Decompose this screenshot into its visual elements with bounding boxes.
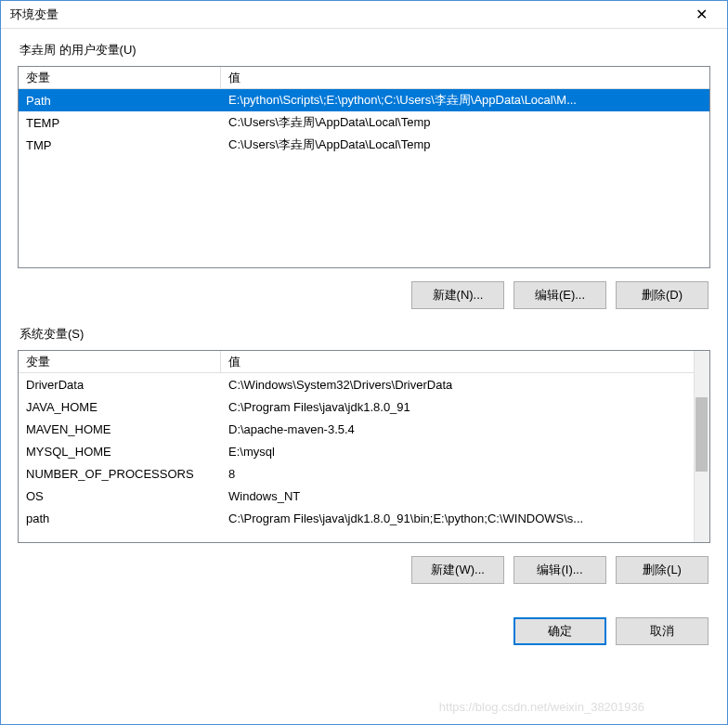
- table-row[interactable]: OSWindows_NT: [19, 485, 694, 507]
- system-new-button[interactable]: 新建(W)...: [411, 556, 504, 584]
- user-new-button[interactable]: 新建(N)...: [411, 281, 504, 309]
- table-row[interactable]: TEMPC:\Users\李垚周\AppData\Local\Temp: [19, 111, 709, 134]
- cell-value: Windows_NT: [221, 487, 694, 505]
- header-value[interactable]: 值: [221, 351, 709, 372]
- cell-variable: OS: [19, 487, 221, 505]
- table-row[interactable]: MYSQL_HOMEE:\mysql: [19, 440, 694, 462]
- scrollbar[interactable]: [694, 351, 709, 542]
- environment-variables-dialog: 环境变量 ✕ 李垚周 的用户变量(U) 变量 值 PathE:\python\S…: [0, 0, 728, 725]
- user-edit-button[interactable]: 编辑(E)...: [514, 281, 606, 309]
- cell-value: E:\python\Scripts\;E:\python\;C:\Users\李…: [221, 90, 709, 110]
- header-variable[interactable]: 变量: [19, 67, 221, 88]
- header-variable[interactable]: 变量: [19, 351, 221, 372]
- window-title: 环境变量: [10, 6, 58, 23]
- titlebar: 环境变量 ✕: [1, 1, 727, 29]
- user-section-label: 李垚周 的用户变量(U): [18, 42, 710, 58]
- dialog-button-row: 确定 取消: [18, 617, 710, 645]
- system-button-row: 新建(W)... 编辑(I)... 删除(L): [18, 556, 710, 584]
- user-variables-table[interactable]: 变量 值 PathE:\python\Scripts\;E:\python\;C…: [18, 66, 710, 268]
- close-icon: ✕: [696, 6, 708, 23]
- system-variables-table[interactable]: 变量 值 DriverDataC:\Windows\System32\Drive…: [18, 350, 710, 543]
- cell-variable: MAVEN_HOME: [19, 421, 221, 438]
- cell-value: C:\Program Files\java\jdk1.8.0_91\bin;E:…: [221, 510, 694, 527]
- table-row[interactable]: MAVEN_HOMED:\apache-maven-3.5.4: [19, 418, 694, 440]
- cancel-button[interactable]: 取消: [616, 617, 708, 645]
- table-header: 变量 值: [19, 67, 709, 89]
- table-row[interactable]: pathC:\Program Files\java\jdk1.8.0_91\bi…: [19, 507, 694, 529]
- table-row[interactable]: JAVA_HOMEC:\Program Files\java\jdk1.8.0_…: [19, 395, 694, 418]
- cell-variable: Path: [19, 92, 221, 110]
- table-row[interactable]: TMPC:\Users\李垚周\AppData\Local\Temp: [19, 134, 709, 156]
- cell-value: C:\Program Files\java\jdk1.8.0_91: [221, 398, 694, 416]
- cell-variable: TMP: [19, 136, 221, 154]
- cell-value: D:\apache-maven-3.5.4: [221, 421, 694, 438]
- user-button-row: 新建(N)... 编辑(E)... 删除(D): [18, 281, 710, 309]
- cell-variable: TEMP: [19, 114, 221, 132]
- system-edit-button[interactable]: 编辑(I)...: [514, 556, 606, 584]
- table-row[interactable]: NUMBER_OF_PROCESSORS8: [19, 462, 694, 485]
- header-value[interactable]: 值: [221, 67, 709, 88]
- close-button[interactable]: ✕: [682, 2, 720, 28]
- cell-variable: DriverData: [19, 376, 221, 394]
- cell-variable: JAVA_HOME: [19, 398, 221, 416]
- ok-button[interactable]: 确定: [514, 617, 606, 645]
- cell-variable: MYSQL_HOME: [19, 443, 221, 460]
- table-row[interactable]: DriverDataC:\Windows\System32\Drivers\Dr…: [19, 373, 694, 395]
- cell-value: C:\Windows\System32\Drivers\DriverData: [221, 376, 694, 394]
- user-delete-button[interactable]: 删除(D): [616, 281, 708, 309]
- table-header: 变量 值: [19, 351, 709, 373]
- cell-value: 8: [221, 465, 694, 483]
- cell-value: C:\Users\李垚周\AppData\Local\Temp: [221, 112, 709, 133]
- cell-variable: path: [19, 510, 221, 527]
- cell-value: C:\Users\李垚周\AppData\Local\Temp: [221, 135, 709, 155]
- system-table-body: DriverDataC:\Windows\System32\Drivers\Dr…: [19, 373, 694, 529]
- system-variables-section: 系统变量(S) 变量 值 DriverDataC:\Windows\System…: [18, 326, 710, 584]
- user-table-body: PathE:\python\Scripts\;E:\python\;C:\Use…: [19, 89, 709, 156]
- cell-variable: NUMBER_OF_PROCESSORS: [19, 465, 221, 483]
- dialog-content: 李垚周 的用户变量(U) 变量 值 PathE:\python\Scripts\…: [1, 29, 727, 724]
- system-section-label: 系统变量(S): [18, 326, 710, 343]
- system-delete-button[interactable]: 删除(L): [616, 556, 708, 584]
- table-row[interactable]: PathE:\python\Scripts\;E:\python\;C:\Use…: [19, 89, 709, 111]
- cell-value: E:\mysql: [221, 443, 694, 460]
- scroll-thumb[interactable]: [696, 397, 708, 472]
- user-variables-section: 李垚周 的用户变量(U) 变量 值 PathE:\python\Scripts\…: [18, 42, 710, 309]
